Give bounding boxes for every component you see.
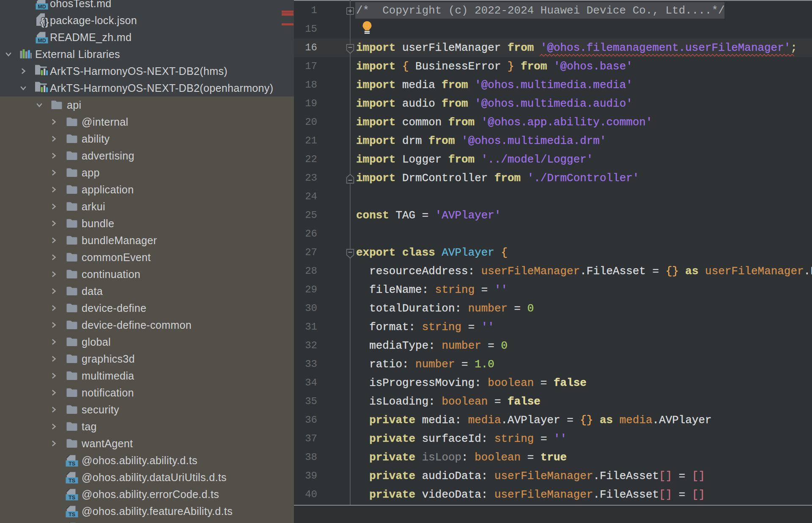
svg-text:TS: TS [69,478,75,484]
svg-text:MD: MD [38,4,46,10]
svg-text:MD: MD [38,38,46,44]
svg-text:TS: TS [69,461,75,467]
svg-text:TS: TS [69,495,75,501]
svg-text:}: } [45,17,49,28]
svg-text:TS: TS [69,512,75,517]
